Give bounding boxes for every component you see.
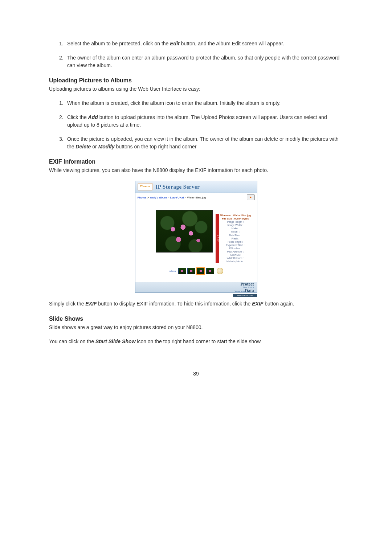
exif-tab[interactable]: EXIF	[216, 214, 219, 263]
paragraph: You can click on the Start Slide Show ic…	[49, 338, 343, 345]
page-number: 89	[49, 371, 343, 377]
emphasis: Delete	[75, 144, 91, 149]
breadcrumb: Photos > andy's album > LiaoYUKai > Wate…	[135, 193, 257, 202]
paragraph: Uploading pictures to albums using the W…	[49, 85, 343, 93]
start-slideshow-icon[interactable]	[247, 194, 255, 200]
list-text: When the album is created, click the alb…	[67, 99, 281, 107]
exif-line: Focal length :	[220, 240, 251, 243]
list-text: Once the picture is uploaded, you can vi…	[67, 135, 343, 151]
exif-line: FNumber :	[220, 247, 251, 250]
exif-line: File Size : 60894 bytes	[220, 217, 251, 220]
exif-line: WhiteBalance :	[220, 257, 251, 260]
upload-list: 1. When the album is created, click the …	[49, 99, 343, 151]
breadcrumb-link[interactable]: andy's album	[150, 196, 167, 199]
emphasis: Edit	[170, 41, 179, 46]
exif-line: Flash :	[220, 237, 251, 240]
list-item: 1. Select the album to be protected, cli…	[59, 40, 343, 48]
footer-url: www.thecus.com	[233, 294, 257, 297]
emphasis: EXIF	[85, 301, 97, 307]
heading-uploading: Uploading Pictures to Albums	[49, 77, 343, 84]
list-number: 2.	[59, 114, 67, 129]
footer-brand: ProtectYour Source Secure YourData	[234, 282, 254, 293]
document-page: 1. Select the album to be protected, cli…	[0, 0, 392, 398]
thumbnail[interactable]	[187, 268, 195, 274]
heading-exif: EXIF Information	[49, 159, 343, 165]
thecus-logo: Thecus	[138, 183, 153, 190]
emphasis: Start Slide Show	[95, 338, 135, 344]
list-number: 1.	[59, 99, 67, 107]
screenshot-container: Thecus IP Storage Server Photos > andy's…	[49, 181, 343, 293]
screenshot-body: EXIF Filename : Water lilies.jpg File Si…	[135, 202, 257, 266]
breadcrumb-path: Photos > andy's album > LiaoYUKai > Wate…	[138, 196, 206, 199]
intro-list: 1. Select the album to be protected, cli…	[49, 40, 343, 69]
exif-line: ISO/ASA :	[220, 253, 251, 257]
thumbnail[interactable]	[178, 268, 186, 274]
exif-line: MeteringMode :	[220, 260, 251, 263]
thumbnail-strip: admin:	[135, 266, 257, 282]
exif-panel: EXIF Filename : Water lilies.jpg File Si…	[216, 214, 251, 263]
list-item: 1. When the album is created, click the …	[59, 99, 343, 107]
exif-screenshot: Thecus IP Storage Server Photos > andy's…	[135, 181, 257, 293]
list-text: The owner of the album can enter an albu…	[67, 54, 343, 69]
list-number: 2.	[59, 54, 67, 69]
screenshot-footer-wrap: ProtectYour Source Secure YourData www.t…	[135, 282, 257, 292]
thumb-label: admin:	[169, 270, 177, 272]
exif-line: DateTime :	[220, 234, 251, 237]
next-icon[interactable]	[217, 268, 223, 274]
breadcrumb-link[interactable]: LiaoYUKai	[170, 196, 184, 199]
screenshot-footer: ProtectYour Source Secure YourData	[135, 282, 257, 292]
list-number: 1.	[59, 40, 67, 48]
paragraph: Slide shows are a great way to enjoy pic…	[49, 324, 343, 331]
list-item: 3. Once the picture is uploaded, you can…	[59, 135, 343, 151]
heading-slideshow: Slide Shows	[49, 316, 343, 322]
screenshot-titlebar: Thecus IP Storage Server	[135, 181, 257, 193]
list-item: 2. Click the Add button to upload pictur…	[59, 114, 343, 129]
exif-line: Max.Aperture :	[220, 250, 251, 253]
paragraph: Simply click the EXIF button to display …	[49, 300, 343, 308]
list-item: 2. The owner of the album can enter an a…	[59, 54, 343, 69]
exif-line: Image Height :	[220, 220, 251, 223]
breadcrumb-current: Water lilies.jpg	[187, 196, 206, 199]
paragraph: While viewing pictures, you can also hav…	[49, 167, 343, 174]
emphasis: Add	[88, 114, 98, 120]
exif-line: Make :	[220, 227, 251, 230]
main-photo	[156, 210, 213, 253]
screenshot-title: IP Storage Server	[156, 184, 200, 190]
list-text: Select the album to be protected, click …	[67, 40, 284, 48]
list-text: Click the Add button to upload pictures …	[67, 114, 343, 129]
exif-line: Filename : Water lilies.jpg	[220, 214, 251, 217]
emphasis: Modify	[98, 144, 115, 149]
thumbnail-active[interactable]	[196, 267, 205, 275]
exif-line: Exposure Time :	[220, 243, 251, 247]
list-number: 3.	[59, 135, 67, 151]
exif-line: Image Width :	[220, 223, 251, 227]
exif-line: Model :	[220, 230, 251, 233]
thumbnail[interactable]	[206, 268, 214, 274]
exif-metadata: Filename : Water lilies.jpg File Size : …	[220, 214, 251, 263]
breadcrumb-link[interactable]: Photos	[138, 196, 147, 199]
emphasis: EXIF	[252, 301, 263, 307]
